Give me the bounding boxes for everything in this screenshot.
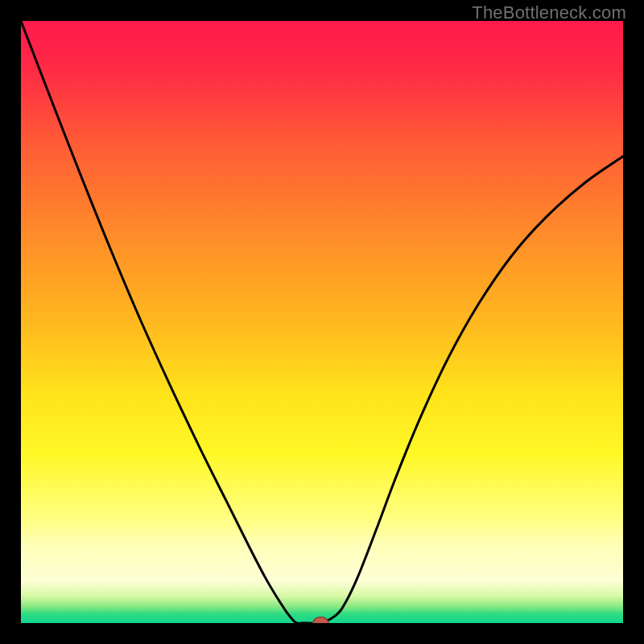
chart-frame: TheBottleneck.com xyxy=(0,0,644,644)
plot-area xyxy=(21,21,623,623)
bottleneck-chart xyxy=(21,21,623,623)
watermark-text: TheBottleneck.com xyxy=(472,2,626,23)
gradient-background xyxy=(21,21,623,623)
